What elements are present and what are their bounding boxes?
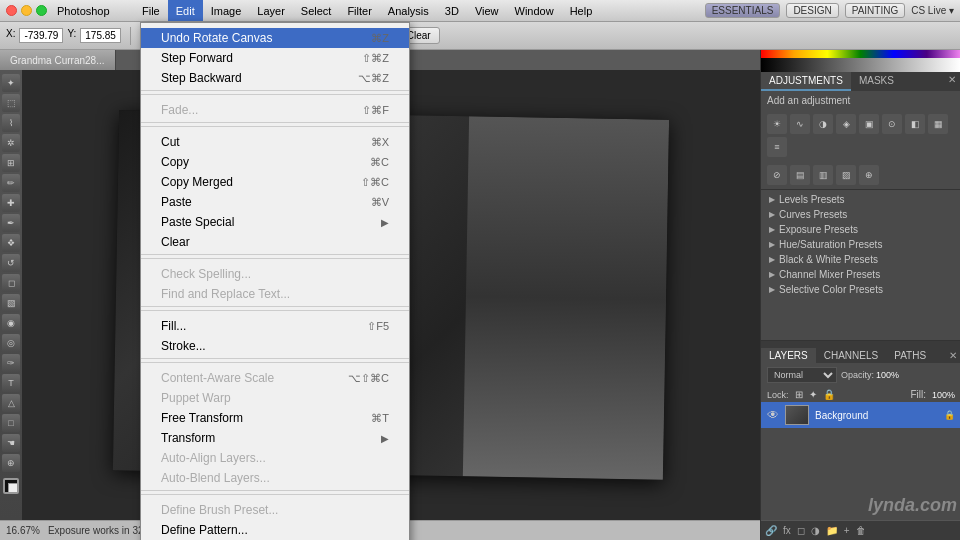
menu-section-3: Cut ⌘X Copy ⌘C Copy Merged ⇧⌘C Paste ⌘V … xyxy=(141,130,409,255)
menu-select[interactable]: Select xyxy=(293,0,340,21)
tab-masks[interactable]: MASKS xyxy=(851,72,902,91)
menu-3d[interactable]: 3D xyxy=(437,0,467,21)
painting-button[interactable]: PAINTING xyxy=(845,3,905,18)
menu-window[interactable]: Window xyxy=(507,0,562,21)
zoom-tool[interactable]: ⊕ xyxy=(2,454,20,472)
adj-selective[interactable]: ⊕ xyxy=(859,165,879,185)
minimize-button[interactable] xyxy=(21,5,32,16)
tab-paths[interactable]: PATHS xyxy=(886,348,934,363)
menu-item-label: Define Brush Preset... xyxy=(161,503,278,517)
layer-visibility-icon[interactable]: 👁 xyxy=(767,408,779,422)
lock-icon-move[interactable]: ✦ xyxy=(809,389,817,400)
text-tool[interactable]: T xyxy=(2,374,20,392)
menu-item-free-transform[interactable]: Free Transform ⌘T xyxy=(141,408,409,428)
adj-curves[interactable]: ∿ xyxy=(790,114,810,134)
path-tool[interactable]: △ xyxy=(2,394,20,412)
adj-colorbalance[interactable]: ⊙ xyxy=(882,114,902,134)
brush-tool[interactable]: ✒ xyxy=(2,214,20,232)
tab-adjustments[interactable]: ADJUSTMENTS xyxy=(761,72,851,91)
new-layer-icon[interactable]: + xyxy=(844,525,850,536)
healing-tool[interactable]: ✚ xyxy=(2,194,20,212)
x-value[interactable]: -739.79 xyxy=(19,28,63,43)
tab-channels[interactable]: CHANNELS xyxy=(816,348,886,363)
preset-levels[interactable]: ▶ Levels Presets xyxy=(761,192,960,207)
preset-hsl[interactable]: ▶ Hue/Saturation Presets xyxy=(761,237,960,252)
magic-wand-tool[interactable]: ✲ xyxy=(2,134,20,152)
preset-curves[interactable]: ▶ Curves Presets xyxy=(761,207,960,222)
shape-tool[interactable]: □ xyxy=(2,414,20,432)
design-button[interactable]: DESIGN xyxy=(786,3,838,18)
delete-layer-icon[interactable]: 🗑 xyxy=(856,525,866,536)
menu-layer[interactable]: Layer xyxy=(249,0,293,21)
adj-bw[interactable]: ◧ xyxy=(905,114,925,134)
maximize-button[interactable] xyxy=(36,5,47,16)
clone-tool[interactable]: ❖ xyxy=(2,234,20,252)
menu-filter[interactable]: Filter xyxy=(339,0,379,21)
adj-mixer[interactable]: ≡ xyxy=(767,137,787,157)
gradient-tool[interactable]: ▧ xyxy=(2,294,20,312)
eyedropper-tool[interactable]: ✏ xyxy=(2,174,20,192)
menu-item-step-backward[interactable]: Step Backward ⌥⌘Z xyxy=(141,68,409,88)
menu-item-stroke[interactable]: Stroke... xyxy=(141,336,409,356)
eraser-tool[interactable]: ◻ xyxy=(2,274,20,292)
lasso-tool[interactable]: ⌇ xyxy=(2,114,20,132)
hand-tool[interactable]: ☚ xyxy=(2,434,20,452)
foreground-color[interactable] xyxy=(3,478,19,494)
menu-item-paste[interactable]: Paste ⌘V xyxy=(141,192,409,212)
adj-hsl[interactable]: ▣ xyxy=(859,114,879,134)
pen-tool[interactable]: ✑ xyxy=(2,354,20,372)
y-value[interactable]: 175.85 xyxy=(80,28,121,43)
layers-close[interactable]: ✕ xyxy=(945,348,960,363)
preset-label: Levels Presets xyxy=(779,194,845,205)
preset-exposure[interactable]: ▶ Exposure Presets xyxy=(761,222,960,237)
menu-item-copy-merged[interactable]: Copy Merged ⇧⌘C xyxy=(141,172,409,192)
menu-help[interactable]: Help xyxy=(562,0,601,21)
adjustments-close[interactable]: ✕ xyxy=(944,72,960,91)
blur-tool[interactable]: ◉ xyxy=(2,314,20,332)
essentials-button[interactable]: ESSENTIALS xyxy=(705,3,781,18)
menu-item-fill[interactable]: Fill... ⇧F5 xyxy=(141,316,409,336)
preset-bw[interactable]: ▶ Black & White Presets xyxy=(761,252,960,267)
adj-photo[interactable]: ▦ xyxy=(928,114,948,134)
menu-item-transform[interactable]: Transform ▶ xyxy=(141,428,409,448)
link-icon[interactable]: 🔗 xyxy=(765,525,777,536)
menu-image[interactable]: Image xyxy=(203,0,250,21)
dodge-tool[interactable]: ◎ xyxy=(2,334,20,352)
layer-row-background[interactable]: 👁 Background 🔒 xyxy=(761,402,960,428)
lock-icon-lock[interactable]: 🔒 xyxy=(823,389,835,400)
menu-item-cut[interactable]: Cut ⌘X xyxy=(141,132,409,152)
menu-view[interactable]: View xyxy=(467,0,507,21)
move-tool[interactable]: ✦ xyxy=(2,74,20,92)
preset-selective[interactable]: ▶ Selective Color Presets xyxy=(761,282,960,297)
crop-tool[interactable]: ⊞ xyxy=(2,154,20,172)
preset-channel[interactable]: ▶ Channel Mixer Presets xyxy=(761,267,960,282)
mask-icon[interactable]: ◻ xyxy=(797,525,805,536)
marquee-tool[interactable]: ⬚ xyxy=(2,94,20,112)
history-tool[interactable]: ↺ xyxy=(2,254,20,272)
menu-item-step-forward[interactable]: Step Forward ⇧⌘Z xyxy=(141,48,409,68)
close-button[interactable] xyxy=(6,5,17,16)
document-tab[interactable]: Grandma Curran28... xyxy=(0,50,116,70)
adj-vibrance[interactable]: ◈ xyxy=(836,114,856,134)
menu-file[interactable]: File xyxy=(134,0,168,21)
menu-analysis[interactable]: Analysis xyxy=(380,0,437,21)
lock-icon-checkered[interactable]: ⊞ xyxy=(795,389,803,400)
menu-item-paste-special[interactable]: Paste Special ▶ xyxy=(141,212,409,232)
adj-invert[interactable]: ⊘ xyxy=(767,165,787,185)
blend-mode-select[interactable]: Normal xyxy=(767,367,837,383)
menu-item-undo[interactable]: Undo Rotate Canvas ⌘Z xyxy=(141,28,409,48)
folder-icon[interactable]: 📁 xyxy=(826,525,838,536)
menu-item-clear[interactable]: Clear xyxy=(141,232,409,252)
preset-arrow: ▶ xyxy=(769,210,775,219)
fx-icon[interactable]: fx xyxy=(783,525,791,536)
adj-threshold[interactable]: ▥ xyxy=(813,165,833,185)
adj-posterize[interactable]: ▤ xyxy=(790,165,810,185)
tab-layers[interactable]: LAYERS xyxy=(761,348,816,363)
menu-item-define-pattern[interactable]: Define Pattern... xyxy=(141,520,409,540)
adj-exposure[interactable]: ◑ xyxy=(813,114,833,134)
menu-edit[interactable]: Edit xyxy=(168,0,203,21)
adjustment-icon[interactable]: ◑ xyxy=(811,525,820,536)
adj-gradient[interactable]: ▨ xyxy=(836,165,856,185)
adj-brightness[interactable]: ☀ xyxy=(767,114,787,134)
menu-item-copy[interactable]: Copy ⌘C xyxy=(141,152,409,172)
